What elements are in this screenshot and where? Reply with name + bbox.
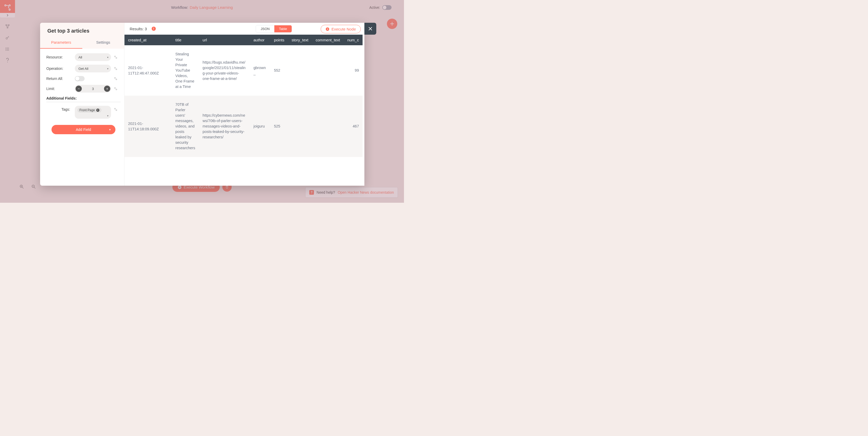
limit-gear[interactable] (114, 87, 118, 91)
panel-right: Results: 3 ! JSON Table Execute Node cre… (124, 23, 364, 186)
svg-point-18 (114, 77, 116, 78)
operation-label: Operation: (46, 66, 72, 71)
results-toolbar: Results: 3 ! JSON Table Execute Node (124, 23, 364, 35)
col-comment-text[interactable]: comment_text (312, 35, 344, 45)
cell-points: 552 (271, 45, 288, 96)
tags-gear[interactable] (114, 106, 118, 111)
gear-icon (114, 107, 118, 111)
col-num-comments[interactable]: num_c (344, 35, 363, 45)
warning-icon[interactable]: ! (152, 27, 156, 31)
cell-url: https://bugs.xdavidhu.me/google/2021/01/… (199, 45, 250, 96)
col-title[interactable]: title (172, 35, 199, 45)
svg-point-20 (114, 88, 116, 89)
table-header-row: created_at title url author points story… (124, 35, 363, 45)
cell-created-at: 2021-01-11T12:46:47.000Z (124, 45, 172, 96)
cell-points: 525 (271, 96, 288, 157)
table-row[interactable]: 2021-01-11T14:18:09.000Z 70TB of Parler … (124, 96, 363, 157)
view-table-button[interactable]: Table (274, 25, 292, 32)
tabs: Parameters Settings (40, 36, 124, 48)
gear-icon (114, 55, 118, 59)
tab-settings[interactable]: Settings (82, 36, 124, 48)
node-modal: Get top 3 articles Parameters Settings R… (40, 23, 364, 186)
results-table: created_at title url author points story… (124, 35, 363, 172)
tag-chip-label: Front Page (80, 108, 95, 112)
close-icon (368, 26, 373, 31)
tab-parameters[interactable]: Parameters (40, 36, 82, 48)
execute-node-label: Execute Node (332, 27, 356, 31)
cell-num-comments: 467 (344, 96, 363, 157)
limit-increment[interactable]: + (104, 86, 110, 92)
svg-point-19 (116, 79, 117, 80)
close-modal-button[interactable] (364, 23, 376, 35)
col-url[interactable]: url (199, 35, 250, 45)
tags-select[interactable]: Front Page ✕ ▾ (75, 106, 111, 119)
cell-comment-text (312, 96, 344, 157)
additional-fields-label: Additional Fields: (46, 96, 121, 102)
return-all-label: Return All: (46, 76, 72, 81)
col-points[interactable]: points (271, 35, 288, 45)
svg-point-14 (114, 56, 116, 57)
panel-left: Get top 3 articles Parameters Settings R… (40, 23, 124, 186)
return-all-gear[interactable] (114, 76, 118, 81)
svg-point-23 (116, 110, 117, 111)
limit-decrement[interactable]: − (75, 86, 82, 92)
svg-point-15 (116, 58, 117, 59)
col-created-at[interactable]: created_at (124, 35, 172, 45)
resource-value: All (79, 55, 82, 59)
cell-story-text (288, 45, 312, 96)
results-table-wrap[interactable]: created_at title url author points story… (124, 35, 364, 186)
add-field-button[interactable]: Add Field ▾ (52, 125, 116, 134)
add-field-label: Add Field (76, 128, 91, 132)
svg-point-21 (116, 89, 117, 90)
chevron-down-icon: ▾ (109, 128, 111, 131)
view-switch: JSON Table (256, 25, 292, 33)
svg-point-16 (114, 67, 116, 68)
chevron-down-icon: ▾ (107, 56, 108, 59)
tag-chip[interactable]: Front Page ✕ (78, 108, 101, 112)
cell-num-comments: 99 (344, 45, 363, 96)
cell-story-text (288, 96, 312, 157)
limit-stepper[interactable]: − 3 + (75, 85, 111, 93)
cell-author: gbrown_ (250, 45, 270, 96)
operation-select[interactable]: Get All ▾ (75, 65, 111, 72)
chevron-down-icon: ▾ (107, 67, 108, 70)
tags-label: Tags: (46, 106, 72, 111)
play-circle-icon (326, 27, 330, 31)
col-author[interactable]: author (250, 35, 270, 45)
cell-title: 70TB of Parler users' messages, videos, … (172, 96, 199, 157)
chevron-down-icon: ▾ (107, 114, 108, 117)
gear-icon (114, 76, 118, 81)
operation-gear[interactable] (114, 66, 118, 71)
parameters-body: Resource: All ▾ Operation: Get All ▾ (40, 48, 124, 138)
return-all-toggle[interactable] (75, 76, 85, 81)
execute-node-button[interactable]: Execute Node (321, 25, 361, 33)
cell-title: Stealing Your Private YouTube Videos, On… (172, 45, 199, 96)
cell-comment-text (312, 45, 344, 96)
cell-created-at: 2021-01-11T14:18:09.000Z (124, 96, 172, 157)
col-story-text[interactable]: story_text (288, 35, 312, 45)
view-json-button[interactable]: JSON (256, 25, 274, 32)
limit-label: Limit: (46, 87, 72, 91)
results-count: Results: 3 (130, 27, 147, 31)
table-row[interactable]: 2021-01-11T12:46:47.000Z Stealing Your P… (124, 45, 363, 96)
svg-point-17 (116, 69, 117, 70)
cell-url: https://cybernews.com/news/70tb-of-parle… (199, 96, 250, 157)
resource-label: Resource: (46, 55, 72, 59)
limit-value: 3 (92, 87, 94, 91)
gear-icon (114, 87, 118, 91)
table-row[interactable] (124, 157, 363, 172)
svg-point-22 (114, 108, 116, 109)
cell-author: joiguru (250, 96, 270, 157)
modal-title: Get top 3 articles (40, 23, 124, 36)
resource-gear[interactable] (114, 55, 118, 59)
resource-select[interactable]: All ▾ (75, 53, 111, 61)
tag-chip-remove[interactable]: ✕ (96, 109, 99, 112)
gear-icon (114, 66, 118, 71)
operation-value: Get All (79, 67, 88, 71)
